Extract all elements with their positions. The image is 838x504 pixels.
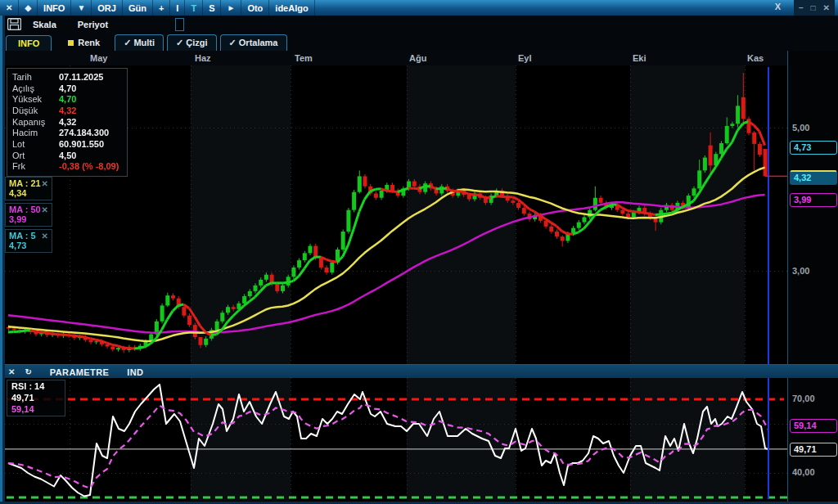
info-value-high: 4,70 <box>59 94 76 104</box>
last-price-box: 4,32 <box>790 170 837 185</box>
trend-button-t[interactable]: T <box>185 0 203 16</box>
rsi-value-box: 49,71 <box>790 443 837 457</box>
ma5-price-box: 4,73 <box>790 141 837 155</box>
tab-cizgi-label: Çizgi <box>186 38 207 47</box>
chart-tab-row: INFO Renk ✓Multi ✓Çizgi ✓Ortalama <box>0 33 838 52</box>
tab-multi[interactable]: ✓Multi <box>115 34 164 51</box>
time-axis[interactable]: May Haz Tem Ağu Eyl Eki Kas <box>5 51 787 66</box>
info-value: 4,70 <box>59 83 76 93</box>
chart-toolbar: Skala Periyot <box>0 16 838 34</box>
check-icon: ✓ <box>124 38 131 47</box>
renk-label: Renk <box>78 38 100 47</box>
window-close-icon[interactable]: ✕ <box>823 3 830 12</box>
close-icon[interactable]: ✕ <box>0 0 19 16</box>
rsi-tick-70: 70,00 <box>792 394 815 403</box>
check-icon: ✓ <box>176 38 183 47</box>
ma50-price-box: 3,99 <box>790 193 837 207</box>
month-label: Haz <box>195 53 211 63</box>
info-label: Frk <box>12 161 59 171</box>
zoom-in-button[interactable]: + <box>153 0 170 16</box>
info-label: Düşük <box>12 106 59 115</box>
info-value: 4,32 <box>59 117 76 127</box>
dropdown-arrow-icon[interactable]: ▼ <box>71 0 92 16</box>
rsi-value: 49,71 <box>11 393 61 404</box>
skala-menu[interactable]: Skala <box>33 20 56 29</box>
ma21-value: 4,34 <box>9 188 48 198</box>
renk-control[interactable]: Renk <box>68 38 100 47</box>
close-icon[interactable]: ✕ <box>42 232 48 241</box>
color-swatch-icon <box>68 40 74 46</box>
month-label: Eyl <box>518 53 532 63</box>
ma50-label: MA : 50 <box>9 205 41 214</box>
tab-ortalama-label: Ortalama <box>239 38 278 47</box>
ma21-label: MA : 21 <box>9 178 41 188</box>
check-icon: ✓ <box>229 38 237 47</box>
rsi-title: RSI : 14 <box>11 381 61 393</box>
month-label: May <box>90 53 107 63</box>
info-value-low: 4,32 <box>59 106 76 115</box>
month-label: Tem <box>295 53 313 63</box>
ma50-value: 3,99 <box>9 214 48 224</box>
close-icon[interactable]: ✕ <box>42 179 48 188</box>
info-value: 4,50 <box>59 151 76 160</box>
price-tick-3: 3,00 <box>792 266 809 276</box>
info-label: Açılış <box>12 83 59 93</box>
rsi-chart[interactable] <box>5 378 787 501</box>
price-tick-5: 5,00 <box>792 123 809 133</box>
forward-arrow-icon[interactable]: ► <box>221 0 241 16</box>
window-titlebar: ✕ ◆ INFO ▼ ORJ Gün + I T S ► Oto ideAlgo… <box>0 0 838 16</box>
tab-info[interactable]: INFO <box>6 35 52 51</box>
info-value: 07.11.2025 <box>59 72 103 82</box>
price-axis[interactable]: 5,00 4,73 4,32 3,99 3,00 <box>787 51 838 364</box>
info-label: Lot <box>12 139 59 149</box>
save-icon[interactable] <box>7 18 21 30</box>
indicator-button-i[interactable]: I <box>170 0 185 16</box>
titlebar-tab-oto[interactable]: Oto <box>241 0 269 16</box>
titlebar-tab-gun[interactable]: Gün <box>123 0 153 16</box>
rsi-axis[interactable]: 70,00 59,14 49,71 40,00 <box>787 378 838 504</box>
info-value: 60.901.550 <box>59 139 104 149</box>
ma21-badge: MA : 21✕ 4,34 <box>5 177 52 200</box>
ma5-value: 4,73 <box>9 241 48 250</box>
tab-multi-label: Multi <box>133 38 155 47</box>
parametre-menu[interactable]: PARAMETRE <box>50 367 109 377</box>
info-value-change: -0,38 (% -8,09) <box>59 161 119 171</box>
period-input[interactable] <box>175 18 184 31</box>
ma5-label: MA : 5 <box>9 231 36 241</box>
rsi-info-box: RSI : 14 49,71 59,14 <box>7 380 65 416</box>
titlebar-tab-orj[interactable]: ORJ <box>92 0 123 16</box>
tab-ortalama[interactable]: ✓Ortalama <box>220 34 287 51</box>
close-icon[interactable]: ✕ <box>42 205 48 214</box>
quote-info-panel: Tarih07.11.2025 Açılış4,70 Yüksek4,70 Dü… <box>7 68 128 177</box>
info-label: Ort <box>12 151 59 160</box>
titlebar-tab-info[interactable]: INFO <box>38 0 71 16</box>
info-label: Kapanış <box>12 117 59 127</box>
info-label: Tarih <box>12 72 59 82</box>
info-value: 274.184.300 <box>59 128 109 137</box>
maximize-icon[interactable]: □ <box>811 3 816 12</box>
window-left-border <box>0 16 5 504</box>
month-label: Kas <box>747 53 764 63</box>
month-label: Eki <box>633 53 647 63</box>
chart-window: { "titlebar": { "close_icon": "✕", "nav_… <box>0 0 838 504</box>
window-controls: – □ ✕ <box>794 0 835 16</box>
info-label: Hacim <box>12 128 59 137</box>
rsi-smooth-value: 59,14 <box>11 404 61 416</box>
info-label: Yüksek <box>12 94 59 104</box>
panel-close-x[interactable]: X <box>775 2 781 11</box>
minimize-icon[interactable]: – <box>799 3 804 12</box>
titlebar-tab-idealgo[interactable]: ideAlgo <box>269 0 314 16</box>
ma5-badge: MA : 5✕ 4,73 <box>5 229 52 253</box>
symbol-button-s[interactable]: S <box>203 0 221 16</box>
periyot-menu[interactable]: Periyot <box>78 20 108 29</box>
ma50-badge: MA : 50✕ 3,99 <box>5 203 52 227</box>
refresh-icon[interactable]: ↻ <box>25 367 31 376</box>
tab-cizgi[interactable]: ✓Çizgi <box>167 34 217 51</box>
rsi-smooth-box: 59,14 <box>790 419 837 433</box>
ind-menu[interactable]: IND <box>127 367 143 377</box>
month-label: Ağu <box>409 53 426 63</box>
nav-diamond-icon[interactable]: ◆ <box>19 0 38 16</box>
indicator-close-icon[interactable]: ✕ <box>8 367 15 376</box>
rsi-tick-40: 40,00 <box>792 467 815 477</box>
